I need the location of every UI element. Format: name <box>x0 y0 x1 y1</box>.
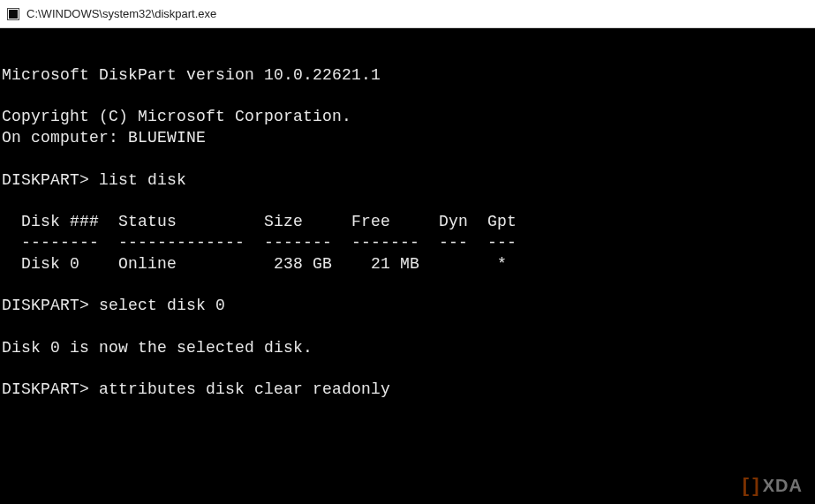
copyright-line: Copyright (C) Microsoft Corporation. <box>2 108 351 125</box>
disk-table-header: Disk ### Status Size Free Dyn Gpt <box>2 213 517 230</box>
disk-table-row: Disk 0 Online 238 GB 21 MB * <box>2 255 507 273</box>
window-title: C:\WINDOWS\system32\diskpart.exe <box>26 7 216 20</box>
computer-line: On computer: BLUEWINE <box>2 129 206 147</box>
version-line: Microsoft DiskPart version 10.0.22621.1 <box>2 66 381 84</box>
bracket-icon: [ <box>743 476 750 495</box>
title-bar[interactable]: C:\WINDOWS\system32\diskpart.exe <box>0 0 815 28</box>
command-select-disk: select disk 0 <box>99 297 225 314</box>
console-icon <box>7 8 19 20</box>
terminal-output[interactable]: Microsoft DiskPart version 10.0.22621.1 … <box>0 28 815 504</box>
prompt: DISKPART> <box>2 171 89 189</box>
disk-table-divider: -------- ------------- ------- ------- -… <box>2 234 517 252</box>
prompt: DISKPART> <box>2 380 89 398</box>
svg-rect-1 <box>9 10 18 19</box>
bracket-icon: ] <box>752 476 759 495</box>
prompt: DISKPART> <box>2 297 89 314</box>
xda-watermark: [] XDA <box>743 476 803 495</box>
command-attributes: attributes disk clear readonly <box>99 380 390 398</box>
select-disk-response: Disk 0 is now the selected disk. <box>2 339 313 357</box>
command-list-disk: list disk <box>99 171 186 189</box>
watermark-text: XDA <box>763 477 803 494</box>
